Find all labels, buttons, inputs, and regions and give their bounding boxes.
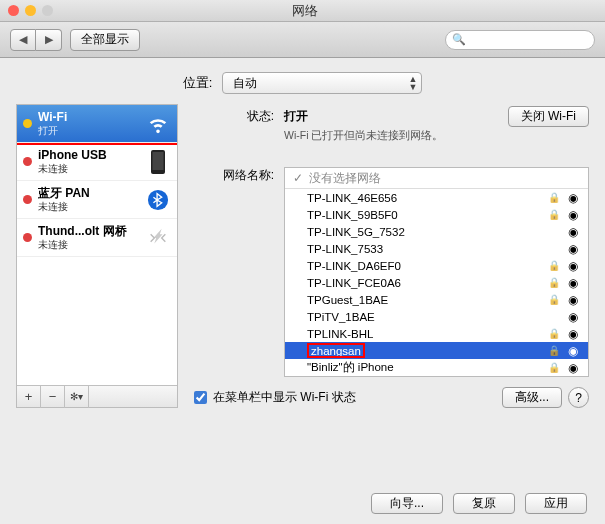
lock-icon: 🔒 bbox=[548, 328, 560, 339]
footer-buttons: 向导... 复原 应用 bbox=[371, 493, 587, 514]
show-all-button[interactable]: 全部显示 bbox=[70, 29, 140, 51]
wifi-name: TP-LINK_5G_7532 bbox=[307, 226, 560, 238]
interface-status: 打开 bbox=[38, 124, 139, 138]
sidebar-item-bluetooth[interactable]: 蓝牙 PAN 未连接 bbox=[17, 181, 177, 219]
main-panel: 状态: 打开 关闭 Wi-Fi Wi-Fi 已打开但尚未连接到网络。 网络名称:… bbox=[194, 104, 589, 408]
iphone-icon bbox=[145, 149, 171, 175]
wifi-network-item[interactable]: TP-LINK_DA6EF0 🔒 ◉ bbox=[285, 257, 588, 274]
wifi-network-item[interactable]: TP-LINK_5G_7532 ◉ bbox=[285, 223, 588, 240]
wifi-name: TP-LINK_FCE0A6 bbox=[307, 277, 548, 289]
check-icon: ✓ bbox=[293, 171, 303, 185]
wifi-signal-icon: ◉ bbox=[566, 259, 580, 273]
wifi-name: TP-LINK_46E656 bbox=[307, 192, 548, 204]
apply-button[interactable]: 应用 bbox=[525, 493, 587, 514]
nav-buttons: ◀ ▶ bbox=[10, 29, 62, 51]
toolbar: ◀ ▶ 全部显示 🔍 bbox=[0, 22, 605, 58]
wifi-network-item[interactable]: TP-LINK_FCE0A6 🔒 ◉ bbox=[285, 274, 588, 291]
wifi-network-item[interactable]: zhangsan 🔒 ◉ bbox=[285, 342, 588, 359]
lock-icon: 🔒 bbox=[548, 345, 560, 356]
status-dot-icon bbox=[23, 233, 32, 242]
interface-name: Wi-Fi bbox=[38, 110, 139, 124]
wifi-network-item[interactable]: TP-LINK_46E656 🔒 ◉ bbox=[285, 189, 588, 206]
sidebar-toolbar: + − ✻▾ bbox=[17, 385, 177, 407]
interface-status: 未连接 bbox=[38, 162, 139, 176]
wifi-name: TPiTV_1BAE bbox=[307, 311, 560, 323]
status-dot-icon bbox=[23, 119, 32, 128]
interface-status: 未连接 bbox=[38, 238, 139, 252]
sidebar-gear-button[interactable]: ✻▾ bbox=[65, 386, 89, 408]
status-label: 状态: bbox=[194, 106, 284, 125]
wifi-name: zhangsan bbox=[307, 343, 365, 358]
wifi-name: TP-LINK_7533 bbox=[307, 243, 560, 255]
lock-icon: 🔒 bbox=[548, 362, 560, 373]
location-label: 位置: bbox=[183, 74, 213, 92]
network-name-label: 网络名称: bbox=[194, 165, 284, 184]
search-input[interactable]: 🔍 bbox=[445, 30, 595, 50]
wifi-signal-icon: ◉ bbox=[566, 191, 580, 205]
wifi-name: TP-LINK_59B5F0 bbox=[307, 209, 548, 221]
advanced-button[interactable]: 高级... bbox=[502, 387, 562, 408]
status-dot-icon bbox=[23, 195, 32, 204]
svg-rect-1 bbox=[153, 152, 164, 170]
sidebar-item-wifi[interactable]: Wi-Fi 打开 bbox=[17, 105, 177, 143]
wifi-signal-icon: ◉ bbox=[566, 327, 580, 341]
wifi-name: TPGuest_1BAE bbox=[307, 294, 548, 306]
location-row: 位置: 自动 ▲▼ bbox=[0, 58, 605, 104]
wifi-network-list[interactable]: ✓ 没有选择网络 TP-LINK_46E656 🔒 ◉TP-LINK_59B5F… bbox=[284, 167, 589, 377]
wizard-button[interactable]: 向导... bbox=[371, 493, 443, 514]
interface-status: 未连接 bbox=[38, 200, 139, 214]
forward-button[interactable]: ▶ bbox=[36, 29, 62, 51]
wifi-signal-icon: ◉ bbox=[566, 293, 580, 307]
thunderbolt-icon bbox=[145, 225, 171, 251]
wifi-network-item[interactable]: TP-LINK_7533 ◉ bbox=[285, 240, 588, 257]
wifi-signal-icon: ◉ bbox=[566, 310, 580, 324]
wifi-network-item[interactable]: TP-LINK_59B5F0 🔒 ◉ bbox=[285, 206, 588, 223]
sidebar-item-iphone[interactable]: iPhone USB 未连接 bbox=[17, 143, 177, 181]
wifi-network-item[interactable]: TPiTV_1BAE ◉ bbox=[285, 308, 588, 325]
wifi-no-selection: ✓ 没有选择网络 bbox=[285, 168, 588, 189]
interface-name: Thund...olt 网桥 bbox=[38, 224, 139, 238]
lock-icon: 🔒 bbox=[548, 192, 560, 203]
wifi-network-item[interactable]: "Binliz"的 iPhone 🔒 ◉ bbox=[285, 359, 588, 376]
add-interface-button[interactable]: + bbox=[17, 386, 41, 408]
revert-button[interactable]: 复原 bbox=[453, 493, 515, 514]
wifi-name: TP-LINK_DA6EF0 bbox=[307, 260, 548, 272]
lock-icon: 🔒 bbox=[548, 209, 560, 220]
lock-icon: 🔒 bbox=[548, 277, 560, 288]
bluetooth-icon bbox=[145, 187, 171, 213]
sidebar: Wi-Fi 打开 iPhone USB 未连接 蓝牙 PAN 未连接 Thund… bbox=[16, 104, 178, 408]
wifi-signal-icon: ◉ bbox=[566, 361, 580, 375]
help-button[interactable]: ? bbox=[568, 387, 589, 408]
select-arrows-icon: ▲▼ bbox=[408, 75, 417, 91]
lock-icon: 🔒 bbox=[548, 294, 560, 305]
interface-name: iPhone USB bbox=[38, 148, 139, 162]
wifi-signal-icon: ◉ bbox=[566, 208, 580, 222]
wifi-signal-icon: ◉ bbox=[566, 344, 580, 358]
wifi-network-item[interactable]: TPGuest_1BAE 🔒 ◉ bbox=[285, 291, 588, 308]
wifi-signal-icon: ◉ bbox=[566, 225, 580, 239]
search-icon: 🔍 bbox=[452, 33, 466, 46]
show-menubar-checkbox[interactable] bbox=[194, 391, 207, 404]
wifi-icon bbox=[145, 111, 171, 137]
interface-name: 蓝牙 PAN bbox=[38, 186, 139, 200]
wifi-name: "Binliz"的 iPhone bbox=[307, 360, 548, 375]
location-value: 自动 bbox=[233, 75, 257, 92]
back-button[interactable]: ◀ bbox=[10, 29, 36, 51]
show-menubar-label: 在菜单栏中显示 Wi-Fi 状态 bbox=[213, 389, 356, 406]
turn-off-wifi-button[interactable]: 关闭 Wi-Fi bbox=[508, 106, 589, 127]
location-select[interactable]: 自动 ▲▼ bbox=[222, 72, 422, 94]
wifi-name: TPLINK-BHL bbox=[307, 328, 548, 340]
window-title: 网络 bbox=[13, 2, 597, 20]
wifi-network-item[interactable]: TPLINK-BHL 🔒 ◉ bbox=[285, 325, 588, 342]
sidebar-item-thunderbolt[interactable]: Thund...olt 网桥 未连接 bbox=[17, 219, 177, 257]
status-value: 打开 bbox=[284, 108, 308, 125]
status-dot-icon bbox=[23, 157, 32, 166]
titlebar: 网络 bbox=[0, 0, 605, 22]
wifi-signal-icon: ◉ bbox=[566, 276, 580, 290]
remove-interface-button[interactable]: − bbox=[41, 386, 65, 408]
wifi-signal-icon: ◉ bbox=[566, 242, 580, 256]
lock-icon: 🔒 bbox=[548, 260, 560, 271]
status-description: Wi-Fi 已打开但尚未连接到网络。 bbox=[284, 129, 589, 143]
